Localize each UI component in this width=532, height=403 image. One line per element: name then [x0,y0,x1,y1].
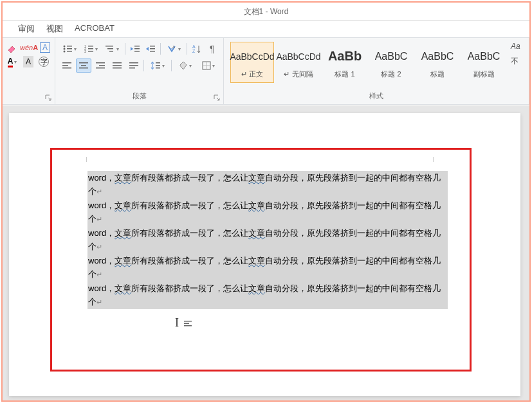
tab-view[interactable]: 视图 [46,23,63,37]
group-label-paragraph: 段落 [59,91,219,103]
svg-rect-20 [150,51,155,52]
svg-rect-12 [105,46,113,47]
svg-rect-41 [156,67,160,69]
group-label-styles: 样式 [228,91,525,103]
style-name: 标题 [430,69,445,79]
group-paragraph: ▾ 123▾ ▾ A▾ AZ ¶ [55,38,224,104]
style-sample: AaBbCcDd [276,46,320,67]
document-body-text[interactable]: word，文章所有段落都挤成一段了，怎么让文章自动分段，原先段落挤到一起的中间都… [87,171,448,309]
multilevel-list-icon[interactable]: ▾ [102,42,122,56]
dialog-launcher-icon[interactable] [45,94,53,102]
svg-rect-15 [134,46,140,47]
align-center-icon[interactable] [76,58,91,73]
svg-rect-32 [96,67,105,69]
enclose-char-icon[interactable]: 字 [39,57,49,67]
document-canvas: word，文章所有段落都挤成一段了，怎么让文章自动分段，原先段落挤到一起的中间都… [3,105,529,400]
increase-indent-icon[interactable] [143,42,158,56]
ribbon: wénA A A▾ A 字 ▾ 123▾ ▾ [3,37,529,105]
svg-rect-25 [62,65,68,66]
svg-rect-17 [134,51,140,52]
style-name: ↵ 正文 [241,69,263,79]
shading-icon[interactable]: ▾ [174,58,196,73]
window-title: 文档1 - Word [244,7,289,16]
svg-rect-5 [67,51,72,52]
svg-point-4 [63,51,65,53]
svg-rect-13 [107,48,113,49]
svg-rect-26 [62,67,71,69]
align-right-icon[interactable] [93,58,108,73]
svg-rect-30 [96,62,105,64]
svg-rect-29 [79,67,88,69]
line-spacing-icon[interactable]: ▾ [147,58,169,73]
sort-icon[interactable]: AZ [190,42,204,56]
style-name: ↵ 无间隔 [284,69,313,79]
style-tile-0[interactable]: AaBbCcDd↵ 正文 [230,42,274,83]
svg-text:3: 3 [84,49,86,53]
paragraph[interactable]: word，文章所有段落都挤成一段了，怎么让文章自动分段，原先段落挤到一起的中间都… [87,171,448,199]
svg-text:A: A [172,45,175,49]
svg-rect-18 [150,46,155,47]
char-shading-icon[interactable]: A [23,56,33,67]
svg-point-2 [63,48,65,50]
style-tile-3[interactable]: AaBbC标题 2 [369,42,413,83]
svg-rect-16 [134,48,140,49]
svg-text:Z: Z [192,49,196,53]
tab-review[interactable]: 审阅 [18,23,35,37]
style-tile-4[interactable]: AaBbC标题 [416,42,459,83]
distributed-icon[interactable] [126,58,142,73]
svg-rect-28 [81,65,86,66]
style-name: 副标题 [473,69,495,79]
svg-rect-24 [62,62,71,64]
justify-icon[interactable] [109,58,125,73]
svg-rect-7 [88,46,93,47]
style-tile-5[interactable]: AaBbC副标题 [462,42,506,83]
char-border-icon[interactable]: A [40,42,50,53]
borders-icon[interactable]: ▾ [197,58,219,73]
svg-rect-9 [88,48,93,49]
styles-truncated-column: Aa不 [508,42,521,67]
asian-layout-icon[interactable]: A▾ [163,42,183,56]
svg-rect-38 [129,67,135,69]
svg-rect-33 [113,62,122,64]
style-tile-1[interactable]: AaBbCcDd↵ 无间隔 [277,42,320,83]
svg-rect-36 [129,62,138,64]
group-styles: AaBbCcDd↵ 正文AaBbCcDd↵ 无间隔AaBb标题 1AaBbC标题… [224,38,529,104]
decrease-indent-icon[interactable] [128,42,142,56]
paragraph[interactable]: word，文章所有段落都挤成一段了，怎么让文章自动分段，原先段落挤到一起的中间都… [87,226,448,254]
group-font-truncated: wénA A A▾ A 字 [3,38,55,104]
svg-rect-45 [184,321,192,322]
paragraph[interactable]: word，文章所有段落都挤成一段了，怎么让文章自动分段，原先段落挤到一起的中间都… [87,254,448,282]
eraser-icon[interactable] [6,42,18,53]
svg-rect-37 [129,65,138,66]
phonetic-guide-icon[interactable]: wénA [23,42,35,53]
style-sample: AaBbCcDd [230,46,274,67]
dialog-launcher-icon[interactable] [214,94,221,102]
style-name: 标题 1 [335,69,354,79]
bullets-icon[interactable]: ▾ [59,42,79,56]
tab-acrobat[interactable]: ACROBAT [75,23,115,37]
paragraph[interactable]: word，文章所有段落都挤成一段了，怎么让文章自动分段，原先段落挤到一起的中间都… [87,199,448,226]
align-left-icon[interactable] [59,58,75,73]
svg-rect-40 [156,65,160,66]
svg-rect-27 [79,62,88,64]
svg-point-0 [63,46,65,48]
style-sample: AaBbC [421,46,454,67]
svg-rect-11 [88,51,93,52]
svg-rect-1 [67,46,72,47]
svg-rect-47 [184,325,192,327]
page[interactable]: word，文章所有段落都挤成一段了，怎么让文章自动分段，原先段落挤到一起的中间都… [9,113,520,396]
font-color-icon[interactable]: A▾ [6,56,18,67]
svg-rect-14 [109,51,113,52]
title-bar: 文档1 - Word [3,3,529,21]
text-cursor-icon: I [175,316,193,330]
svg-text:A: A [192,44,196,49]
svg-rect-35 [113,67,122,69]
svg-rect-19 [150,48,155,49]
numbering-icon[interactable]: 123▾ [80,42,100,56]
show-hide-marks-icon[interactable]: ¶ [205,42,219,56]
svg-rect-39 [156,62,160,64]
svg-rect-3 [67,48,72,49]
style-tile-2[interactable]: AaBb标题 1 [323,42,367,83]
paragraph[interactable]: word，文章所有段落都挤成一段了，怎么让文章自动分段，原先段落挤到一起的中间都… [87,282,448,309]
svg-rect-34 [113,65,122,66]
